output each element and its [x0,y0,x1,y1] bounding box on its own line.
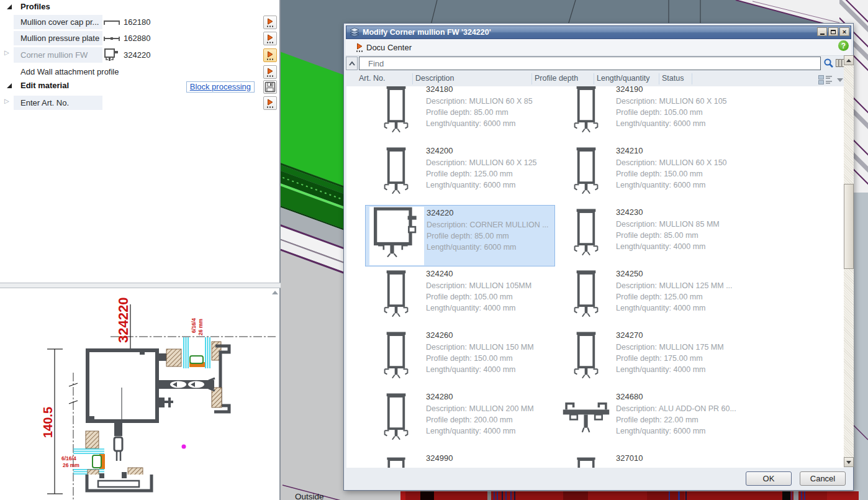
row-add-wall-attachment[interactable]: Add Wall attachment profile [0,64,278,80]
application-window: Outside Profiles Mullion cover cap pr...… [0,0,868,500]
column-profile-depth[interactable]: Profile depth [535,74,578,83]
left-glass-spec-1: 6/16/4 [61,455,76,461]
profile-list-item[interactable]: 324240 Description: MULLION 105MM Profil… [365,266,555,328]
block-processing-link[interactable]: Block processing [186,81,255,93]
scroll-up-button[interactable] [844,55,854,65]
item-art-no: 324260 [426,330,553,340]
minimize-button[interactable] [817,27,827,36]
right-glass-spec-1: 6/16/4 [191,318,197,333]
item-length: Length/quantity: 6000 mm [616,118,841,129]
ok-button[interactable]: OK [746,471,792,486]
section-drawing-panel[interactable]: 324220 140.5 6/16/4 26 mm 6/16/4 26 mm [0,288,281,500]
item-art-no: 324180 [426,86,553,94]
profile-list-item[interactable]: 324190 Description: MULLION 60 X 105 Pro… [555,86,844,143]
collapse-search-button[interactable] [346,57,358,70]
row-mullion-pressure-plate[interactable]: Mullion pressure plate 162880 [0,30,278,47]
row-value[interactable]: 324220 [104,47,258,63]
cancel-button[interactable]: Cancel [800,471,846,486]
item-description: Description: MULLION 60 X 125 [426,157,553,168]
column-length-quantity[interactable]: Length/quantity [597,74,650,83]
profile-list-item[interactable]: 324260 Description: MULLION 150 MM Profi… [365,328,555,389]
panel-splitter[interactable] [0,283,281,288]
item-description: Description: MULLION 60 X 105 [616,96,841,107]
close-button[interactable]: × [839,27,849,36]
item-description: Description: MULLION 60 X 150 [616,157,841,168]
select-profile-button[interactable] [263,32,277,45]
profile-list-item[interactable]: 324210 Description: MULLION 60 X 150 Pro… [555,143,844,205]
profile-thumbnail-icon [369,452,423,468]
chevron-up-icon [348,60,356,66]
row-value-text: 162180 [124,17,150,27]
profile-list-item[interactable]: 324180 Description: MULLION 60 X 85 Prof… [365,86,555,143]
row-corner-mullion-fw[interactable]: ▷ Corner mullion FW 324220 [0,47,278,64]
save-material-button[interactable] [263,80,277,94]
profile-list-item[interactable]: 324230 Description: MULLION 85 MM Profil… [555,205,844,266]
column-description[interactable]: Description [415,74,454,83]
profile-thumbnail-icon [559,268,613,326]
action-arrow-icon [266,99,274,108]
expander-icon[interactable]: ▷ [4,98,9,104]
mini-scroll-arrow[interactable] [272,291,278,294]
profile-list-item[interactable]: 324200 Description: MULLION 60 X 125 Pro… [365,143,555,205]
profile-list-item[interactable]: 324270 Description: MULLION 175 MM Profi… [555,328,844,389]
item-description: Description: MULLION 125 MM ... [616,280,841,291]
item-description: Description: ALU ADD-ON PR 60... [616,403,841,414]
scroll-down-button[interactable] [844,457,854,467]
docu-center-label: Docu Center [366,43,412,52]
right-glass-spec-2: 26 mm [197,319,204,335]
docu-center-icon [356,43,363,52]
profile-thumbnail-icon [369,329,423,388]
column-art-no[interactable]: Art. No. [359,74,385,83]
edit-material-header-label: Edit material [20,81,69,90]
view-layout-dropdown-icon[interactable] [837,78,843,82]
column-status[interactable]: Status [662,74,684,83]
dialog-layers-icon [350,27,359,37]
item-length: Length/quantity: 4000 mm [426,302,553,314]
expander-icon[interactable]: ▷ [4,49,9,56]
profile-list-item[interactable]: 324680 Description: ALU ADD-ON PR 60... … [555,389,844,451]
profile-thumbnail-icon [559,452,613,468]
item-description: Description: MULLION 85 MM [616,219,841,230]
find-input[interactable] [359,57,821,70]
row-value-text: 324220 [124,50,150,60]
profile-list-item-selected[interactable]: 324220 Description: CORNER MULLION ... P… [365,205,555,266]
row-mullion-cover-cap[interactable]: Mullion cover cap pr... 162180 [0,14,278,30]
outside-label: Outside [295,492,324,500]
save-icon [264,81,276,93]
help-icon[interactable]: ? [838,40,849,51]
item-description: Description: CORNER MULLION ... [427,219,552,230]
profile-list-item[interactable]: 324250 Description: MULLION 125 MM ... P… [555,266,844,328]
dialog-titlebar[interactable]: Modify Corner mullion FW '324220' × [346,25,851,39]
scrollbar-thumb[interactable] [844,184,854,269]
bottom-channel-profile [87,468,151,491]
select-profile-button[interactable] [263,96,277,110]
maximize-button[interactable] [828,27,838,36]
profile-list-item[interactable]: 324990 [365,451,555,468]
profile-list[interactable]: 324180 Description: MULLION 60 X 85 Prof… [346,86,844,468]
item-length: Length/quantity: 4000 mm [426,425,553,437]
right-glass-unit [184,337,210,368]
row-value[interactable]: 162180 [104,15,258,29]
item-art-no: 324200 [426,146,553,155]
view-layout-icon[interactable] [818,75,833,88]
profiles-section-header[interactable]: Profiles [0,1,278,14]
corner-mullion-profile-icon [104,48,120,63]
profile-list-item[interactable]: 324280 Description: MULLION 200 MM Profi… [365,389,555,451]
item-description: Description: MULLION 60 X 85 [426,96,553,107]
list-scrollbar[interactable] [844,55,854,467]
select-profile-button-active[interactable] [263,48,277,62]
art-no-input-cell[interactable] [104,96,258,110]
item-length: Length/quantity: 6000 mm [616,180,841,191]
edit-material-section-header[interactable]: Edit material Block processing [0,80,278,95]
row-enter-art-no[interactable]: ▷ Enter Art. No. [0,95,278,111]
profile-thumbnail-icon [369,391,423,449]
docu-center-button[interactable]: Docu Center [353,41,414,53]
section-expanded-icon [7,4,12,9]
action-arrow-icon [266,68,274,77]
search-icon[interactable] [823,58,834,71]
profile-list-item[interactable]: 327010 [555,451,844,468]
select-profile-button[interactable] [263,16,277,29]
select-profile-button[interactable] [263,65,277,79]
row-value[interactable]: 162880 [104,31,258,45]
item-profile-depth: Profile depth: 85.00 mm [427,230,552,242]
